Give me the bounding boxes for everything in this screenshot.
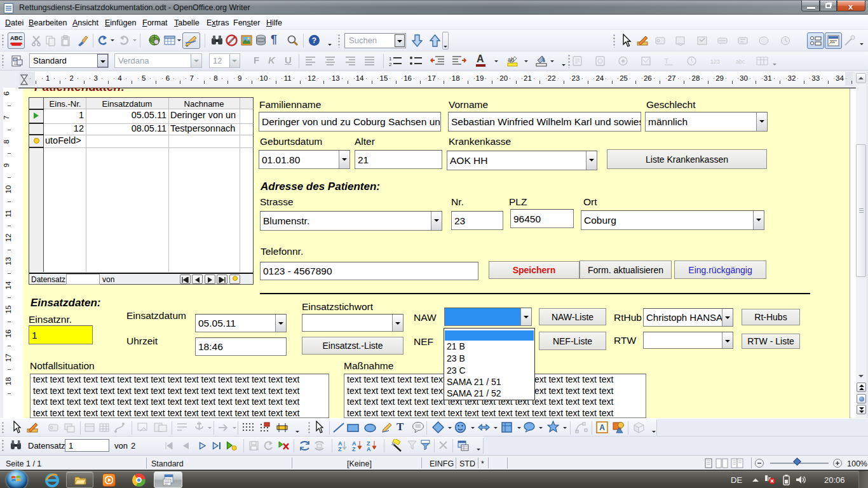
svg-text:2: 2 <box>389 62 392 67</box>
svg-text:T: T <box>665 58 668 65</box>
svg-text:ab: ab <box>508 57 514 63</box>
svg-text:123: 123 <box>710 58 720 65</box>
svg-text:A: A <box>367 446 371 452</box>
svg-text:Z: Z <box>352 446 356 452</box>
svg-text:Z: Z <box>338 446 342 452</box>
svg-text:A: A <box>599 423 605 432</box>
svg-text:1: 1 <box>389 56 392 62</box>
svg-text:abc: abc <box>736 58 745 65</box>
svg-text:?: ? <box>312 36 316 45</box>
